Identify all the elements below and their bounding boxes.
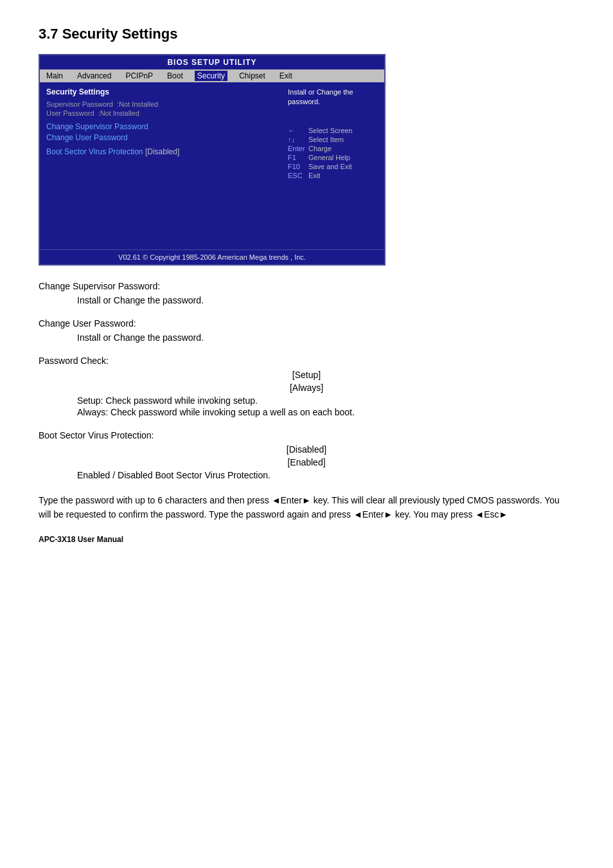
- key-f10: F10 Save and Exit: [288, 163, 378, 170]
- boot-sector-sub-desc: Enabled / Disabled Boot Sector Virus Pro…: [39, 470, 574, 480]
- password-check-always: [Always]: [39, 383, 574, 393]
- key-enter-icon: Enter: [288, 145, 306, 152]
- boot-sector-virus-value: [Disabled]: [145, 147, 179, 156]
- bios-box: BIOS SETUP UTILITY Main Advanced PCIPnP …: [39, 54, 386, 266]
- key-arrows-icon: ←: [288, 127, 306, 134]
- boot-sector-section: Boot Sector Virus Protection: [Disabled]…: [39, 430, 574, 480]
- supervisor-password-label: Supervisor Password: [46, 100, 113, 108]
- key-select-screen-label: Select Screen: [308, 127, 352, 134]
- change-supervisor-section: Change Supervisor Password: Install or C…: [39, 281, 574, 305]
- change-user-section: Change User Password: Install or Change …: [39, 318, 574, 343]
- bios-section-title: Security Settings: [46, 87, 275, 96]
- boot-sector-enabled-opt: [Enabled]: [39, 457, 574, 467]
- supervisor-password-row: Supervisor Password :Not Installed: [46, 100, 275, 108]
- page-title: 3.7 Security Settings: [39, 26, 574, 42]
- user-password-row: User Password :Not Installed: [46, 109, 275, 117]
- key-select-item-label: Select Item: [308, 136, 344, 143]
- user-password-value: :Not Installed: [98, 109, 139, 117]
- key-f1: F1 General Help: [288, 154, 378, 161]
- bios-help-text: Install or Change the password.: [288, 87, 378, 107]
- supervisor-password-value: :Not Installed: [117, 100, 158, 108]
- password-check-section: Password Check: [Setup] [Always] Setup: …: [39, 356, 574, 417]
- bios-content: Security Settings Supervisor Password :N…: [40, 82, 384, 249]
- key-updown-icon: ↑↓: [288, 136, 306, 143]
- key-select-item: ↑↓ Select Item: [288, 136, 378, 143]
- change-supervisor-password-link[interactable]: Change Supervisor Password: [46, 122, 275, 131]
- nav-main[interactable]: Main: [44, 71, 66, 81]
- user-password-label: User Password: [46, 109, 94, 117]
- nav-pcipnp[interactable]: PCIPnP: [123, 71, 155, 81]
- bios-nav: Main Advanced PCIPnP Boot Security Chips…: [40, 69, 384, 82]
- bios-title-bar: BIOS SETUP UTILITY: [40, 55, 384, 69]
- change-user-desc: Install or Change the password.: [39, 332, 574, 343]
- change-user-password-link[interactable]: Change User Password: [46, 133, 275, 142]
- nav-advanced[interactable]: Advanced: [75, 71, 114, 81]
- boot-sector-disabled-opt: [Disabled]: [39, 444, 574, 455]
- key-f10-icon: F10: [288, 163, 306, 170]
- nav-boot[interactable]: Boot: [164, 71, 186, 81]
- password-check-heading: Password Check:: [39, 356, 574, 366]
- key-esc-icon: ESC: [288, 172, 306, 179]
- password-check-setup: [Setup]: [39, 370, 574, 380]
- bios-right-panel: Install or Change the password. ← Select…: [281, 82, 384, 249]
- key-f1-label: General Help: [308, 154, 350, 161]
- password-info-paragraph: Type the password with up to 6 character…: [39, 493, 574, 522]
- boot-sector-virus-label: Boot Sector Virus Protection: [46, 147, 143, 156]
- bios-keys: ← Select Screen ↑↓ Select Item Enter Cha…: [288, 127, 378, 179]
- manual-footer-label: APC-3X18 User Manual: [39, 535, 574, 544]
- change-supervisor-heading: Change Supervisor Password:: [39, 281, 574, 291]
- boot-sector-heading: Boot Sector Virus Protection:: [39, 430, 574, 440]
- change-supervisor-desc: Install or Change the password.: [39, 295, 574, 305]
- key-enter-label: Charge: [308, 145, 332, 152]
- nav-chipset[interactable]: Chipset: [236, 71, 268, 81]
- key-f10-label: Save and Exit: [308, 163, 352, 170]
- boot-sector-virus-row[interactable]: Boot Sector Virus Protection [Disabled]: [46, 147, 275, 156]
- key-esc-label: Exit: [308, 172, 320, 179]
- bios-footer: V02.61 © Copyright 1985-2006 American Me…: [40, 249, 384, 264]
- nav-security[interactable]: Security: [195, 71, 227, 81]
- nav-exit[interactable]: Exit: [277, 71, 295, 81]
- change-user-heading: Change User Password:: [39, 318, 574, 329]
- key-enter-charge: Enter Charge: [288, 145, 378, 152]
- bios-left-panel: Security Settings Supervisor Password :N…: [40, 82, 281, 249]
- password-check-setup-desc: Setup: Check password while invoking set…: [39, 395, 574, 406]
- password-check-always-desc: Always: Check password while invoking se…: [39, 407, 574, 417]
- key-f1-icon: F1: [288, 154, 306, 161]
- key-select-screen: ← Select Screen: [288, 127, 378, 134]
- key-esc: ESC Exit: [288, 172, 378, 179]
